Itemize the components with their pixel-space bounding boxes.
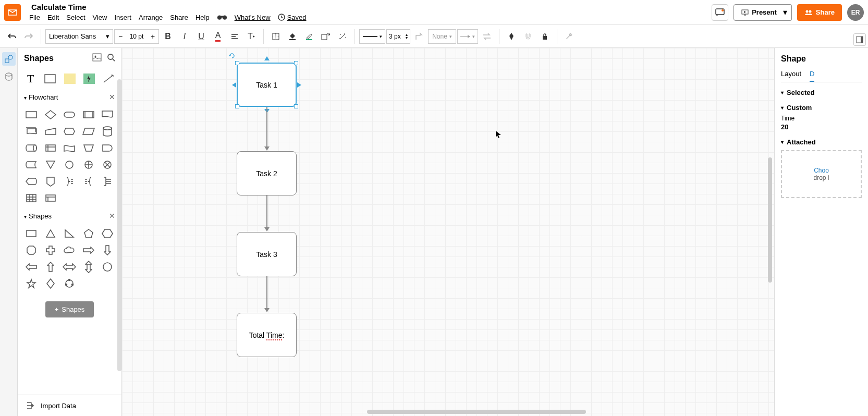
shapes-rail-button[interactable]	[2, 52, 16, 66]
app-logo[interactable]	[4, 4, 21, 21]
custom-section-header[interactable]: ▾Custom	[781, 104, 862, 112]
image-icon[interactable]	[92, 53, 102, 64]
close-flowchart-icon[interactable]: ✕	[109, 93, 115, 101]
fc-paper-tape[interactable]	[62, 142, 77, 154]
sh-cross[interactable]	[43, 244, 58, 256]
italic-button[interactable]: I	[177, 29, 192, 44]
conditional-button[interactable]	[504, 29, 519, 44]
attachment-dropzone[interactable]: Choo drop i	[781, 150, 862, 198]
sh-cloud[interactable]	[62, 244, 77, 256]
fc-off-page[interactable]	[43, 175, 58, 188]
sh-octagon[interactable]	[24, 244, 39, 256]
fc-multidoc[interactable]	[24, 125, 39, 138]
menu-arrange[interactable]: Arrange	[139, 14, 163, 21]
whats-new-link[interactable]: What's New	[235, 14, 271, 21]
fc-summing[interactable]	[100, 158, 115, 171]
rotate-handle[interactable]	[228, 52, 236, 59]
sh-polygon[interactable]	[62, 277, 77, 290]
dynamic-tool[interactable]	[81, 72, 96, 85]
conn-point-e[interactable]	[297, 82, 301, 88]
choose-file-link[interactable]: Choo	[814, 167, 829, 174]
line-start-select[interactable]: None▾	[428, 29, 456, 44]
fc-brace-right[interactable]	[62, 175, 77, 188]
font-size-input[interactable]	[126, 33, 147, 40]
fill-color-button[interactable]	[285, 29, 300, 44]
fc-terminator[interactable]	[62, 108, 77, 121]
fc-delay[interactable]	[100, 142, 115, 154]
text-color-button[interactable]: A	[210, 29, 226, 44]
fc-display[interactable]	[24, 175, 39, 188]
present-button[interactable]: Present	[733, 4, 785, 21]
share-button[interactable]: Share	[797, 4, 842, 21]
sh-arrow-left[interactable]	[24, 261, 39, 273]
menu-file[interactable]: File	[29, 14, 40, 21]
lock-button[interactable]	[537, 29, 553, 44]
vertical-scrollbar[interactable]	[768, 157, 772, 283]
node-task-2[interactable]: Task 2	[237, 151, 297, 195]
node-total-time[interactable]: Total Time:	[237, 313, 297, 357]
fc-database[interactable]	[100, 125, 115, 138]
align-button[interactable]	[227, 29, 242, 44]
menu-help[interactable]: Help	[195, 14, 210, 21]
sh-hexagon[interactable]	[100, 227, 115, 240]
fc-stored-data[interactable]	[24, 158, 39, 171]
horizontal-scrollbar[interactable]	[367, 410, 586, 414]
sh-arrow-up[interactable]	[43, 261, 58, 273]
search-icon[interactable]	[107, 53, 115, 64]
menu-view[interactable]: View	[93, 14, 107, 21]
handle-se[interactable]	[294, 104, 298, 108]
line-style-select[interactable]: ▾	[359, 29, 385, 44]
more-shapes-button[interactable]: + Shapes	[45, 301, 94, 317]
fc-table[interactable]	[24, 192, 39, 204]
decrease-size-button[interactable]: −	[115, 30, 126, 43]
fc-manual-op[interactable]	[81, 142, 96, 154]
menu-select[interactable]: Select	[66, 14, 85, 21]
menu-insert[interactable]: Insert	[114, 14, 131, 21]
handle-ne[interactable]	[294, 61, 298, 65]
canvas[interactable]: Task 1 Task 2 Task	[122, 48, 774, 416]
node-task-1[interactable]: Task 1	[237, 63, 297, 107]
fc-predefined[interactable]	[81, 108, 96, 121]
fc-direct-data[interactable]	[24, 142, 39, 154]
fc-document[interactable]	[100, 108, 115, 121]
line-routing-button[interactable]	[411, 29, 427, 44]
sh-circle[interactable]	[100, 261, 115, 273]
line-color-button[interactable]	[301, 29, 317, 44]
conn-point-n[interactable]	[264, 56, 270, 60]
undo-button[interactable]	[4, 29, 20, 44]
sh-diamond[interactable]	[43, 277, 58, 290]
node-task-3[interactable]: Task 3	[237, 232, 297, 276]
magnet-button[interactable]	[520, 29, 536, 44]
fc-swimlane[interactable]	[43, 192, 58, 204]
tab-layout[interactable]: Layout	[781, 70, 801, 82]
rectangle-tool[interactable]	[42, 72, 57, 85]
underline-button[interactable]: U	[193, 29, 209, 44]
fc-note[interactable]	[100, 175, 115, 188]
binoculars-icon[interactable]	[217, 13, 227, 22]
sh-star[interactable]	[24, 277, 39, 290]
user-avatar[interactable]: ER	[847, 4, 864, 21]
connector-1-2[interactable]	[266, 107, 267, 148]
time-field-value[interactable]: 20	[781, 123, 862, 131]
menu-edit[interactable]: Edit	[47, 14, 59, 21]
fc-connector[interactable]	[62, 158, 77, 171]
sh-arrow-right[interactable]	[81, 244, 96, 256]
note-tool[interactable]	[62, 72, 77, 85]
comment-button[interactable]	[712, 4, 728, 21]
tab-data[interactable]: D	[810, 70, 814, 82]
sh-rect[interactable]	[24, 227, 39, 240]
fc-decision[interactable]	[43, 108, 58, 121]
import-data-button[interactable]: Import Data	[18, 395, 121, 416]
sh-pentagon[interactable]	[81, 227, 96, 240]
redo-button[interactable]	[21, 29, 36, 44]
sh-arrow-down[interactable]	[100, 244, 115, 256]
present-dropdown[interactable]: ▾	[779, 4, 792, 21]
sh-arrow-ud[interactable]	[81, 261, 96, 273]
sh-triangle[interactable]	[43, 227, 58, 240]
basic-section-header[interactable]: ▾Shapes ✕	[18, 207, 121, 224]
shape-fill-button[interactable]	[268, 29, 284, 44]
fc-brace-left[interactable]	[81, 175, 96, 188]
fc-internal-storage[interactable]	[43, 142, 58, 154]
close-basic-icon[interactable]: ✕	[109, 212, 115, 220]
shape-options-button[interactable]	[318, 29, 334, 44]
